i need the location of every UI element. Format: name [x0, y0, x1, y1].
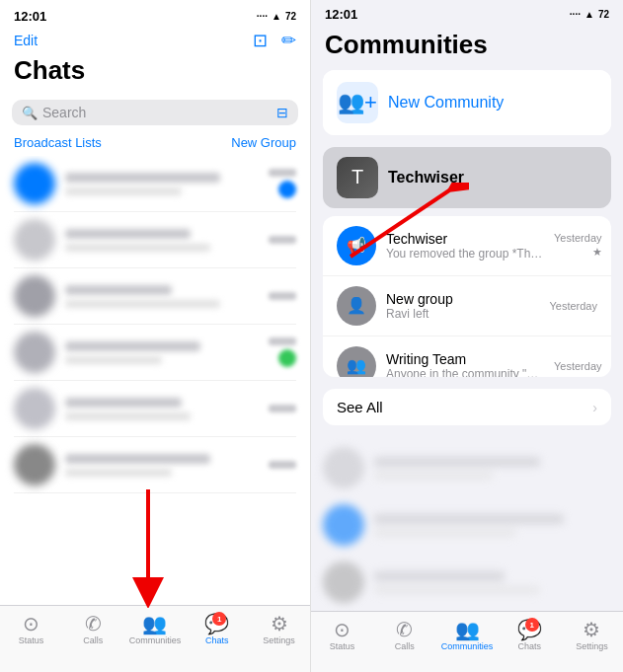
sub-content-techwiser: Techwiser You removed the group *Thumbna… — [386, 231, 544, 261]
tab-settings-right[interactable]: ⚙ Settings — [561, 620, 623, 651]
new-community-label: New Community — [388, 94, 504, 112]
communities-icon-right: 👥 — [455, 620, 480, 639]
calls-icon-right: ✆ — [396, 620, 413, 639]
tab-status-right[interactable]: ⊙ Status — [311, 620, 373, 651]
sub-avatar-techwiser: 📢 — [337, 226, 376, 265]
blurred-name — [374, 571, 505, 581]
sub-msg-writingteam: Anyone in the community "Techwis... — [386, 367, 544, 377]
tab-communities-label: Communities — [129, 635, 182, 645]
sub-name-techwiser: Techwiser — [386, 231, 544, 247]
sub-item-newgroup[interactable]: 👤 New group Ravi left Yesterday — [323, 276, 611, 336]
chat-name-bar — [65, 229, 191, 239]
tab-chats-right[interactable]: 💬 Chats 1 — [499, 620, 561, 651]
chats-badge-right: 1 — [525, 618, 539, 632]
tab-status[interactable]: ⊙ Status — [0, 614, 62, 645]
sub-meta-techwiser: Yesterday ★ — [554, 232, 602, 259]
chat-item[interactable] — [14, 268, 296, 325]
right-panel: 12:01 ···· ▲ 72 Communities 👥+ New Commu… — [311, 0, 623, 672]
group-icon: 👤 — [347, 296, 366, 315]
chat-text — [65, 173, 259, 195]
blurred-row — [323, 496, 611, 554]
sub-content-writingteam: Writing Team Anyone in the community "Te… — [386, 351, 544, 377]
sub-name-newgroup: New group — [386, 291, 539, 307]
sub-item-writingteam[interactable]: 👥 Writing Team Anyone in the community "… — [323, 336, 611, 377]
settings-icon: ⚙ — [271, 614, 288, 634]
chat-name-bar — [65, 341, 200, 351]
chat-time-bar — [269, 236, 296, 244]
blurred-msg — [374, 472, 493, 480]
chat-name-bar — [65, 398, 182, 408]
chat-msg-bar — [65, 469, 172, 477]
communities-title: Communities — [311, 30, 623, 70]
chat-text — [65, 229, 259, 252]
tab-communities[interactable]: 👥 Communities — [124, 614, 187, 645]
new-community-card[interactable]: 👥+ New Community — [323, 70, 611, 135]
chat-time-bar — [269, 169, 296, 177]
chat-meta — [269, 236, 296, 244]
new-community-icon: 👥+ — [337, 82, 378, 123]
tab-communities-right[interactable]: 👥 Communities — [435, 620, 498, 651]
camera-icon[interactable]: ⊡ — [253, 30, 268, 51]
chat-text — [65, 285, 259, 308]
chat-item[interactable] — [14, 325, 296, 381]
megaphone-icon: 📢 — [347, 236, 366, 255]
tab-calls[interactable]: ✆ Calls — [62, 614, 124, 645]
left-panel: 12:01 ···· ▲ 72 Edit ⊡ ✏ Chats 🔍 Search … — [0, 0, 311, 672]
avatar — [14, 388, 55, 429]
filter-icon[interactable]: ⊟ — [276, 105, 288, 120]
see-all-row[interactable]: See All › — [323, 389, 611, 425]
left-status-bar: 12:01 ···· ▲ 72 — [0, 0, 310, 28]
sub-meta-writingteam: Yesterday — [554, 360, 602, 372]
chat-badge — [278, 349, 296, 367]
blur-overlay — [0, 526, 310, 605]
blurred-name — [374, 457, 540, 467]
new-group-link[interactable]: New Group — [231, 135, 296, 150]
broadcast-lists-link[interactable]: Broadcast Lists — [14, 135, 102, 150]
broadcast-row: Broadcast Lists New Group — [0, 133, 310, 156]
sub-item-techwiser[interactable]: 📢 Techwiser You removed the group *Thumb… — [323, 216, 611, 276]
chat-msg-bar — [65, 187, 182, 195]
tab-settings[interactable]: ⚙ Settings — [248, 614, 310, 645]
chat-msg-bar — [65, 300, 220, 308]
tab-calls-right[interactable]: ✆ Calls — [373, 620, 435, 651]
blurred-name — [374, 514, 564, 524]
signal-icon: ···· — [570, 9, 581, 20]
wifi-icon: ▲ — [272, 11, 281, 22]
chat-meta — [269, 337, 296, 367]
sub-msg-newgroup: Ravi left — [386, 307, 539, 321]
chat-time-bar — [269, 461, 296, 469]
tab-settings-label: Settings — [263, 635, 295, 645]
tab-chats[interactable]: 💬 Chats 1 — [186, 614, 248, 645]
compose-icon[interactable]: ✏ — [281, 30, 296, 51]
chat-badge — [278, 181, 296, 198]
right-time: 12:01 — [325, 7, 357, 22]
wifi-icon: ▲ — [584, 9, 594, 20]
techwiser-avatar-inner: T — [337, 157, 378, 198]
chat-list — [0, 156, 310, 605]
battery-icon: 72 — [285, 11, 296, 22]
search-placeholder: Search — [42, 105, 272, 120]
chat-name-bar — [65, 173, 220, 183]
tab-chats-label: Chats — [205, 635, 229, 645]
search-icon: 🔍 — [22, 106, 38, 120]
chat-msg-bar — [65, 356, 162, 364]
status-icon: ⊙ — [23, 614, 39, 634]
chat-item[interactable] — [14, 437, 296, 493]
chat-meta — [269, 461, 296, 469]
chat-item[interactable] — [14, 381, 296, 437]
chat-item[interactable] — [14, 212, 296, 268]
right-status-bar: 12:01 ···· ▲ 72 — [311, 0, 623, 26]
see-all-label: See All — [337, 399, 383, 415]
search-bar[interactable]: 🔍 Search ⊟ — [12, 100, 298, 125]
chat-item[interactable] — [14, 156, 296, 212]
avatar — [14, 444, 55, 485]
avatar — [14, 163, 55, 204]
blurred-text — [374, 514, 611, 537]
star-icon: ★ — [592, 246, 602, 259]
new-community-row[interactable]: 👥+ New Community — [323, 70, 611, 135]
edit-button[interactable]: Edit — [14, 33, 38, 48]
calls-icon: ✆ — [85, 614, 102, 634]
chat-msg-bar — [65, 244, 210, 252]
techwiser-selected-row[interactable]: T Techwiser — [323, 147, 611, 208]
blurred-msg — [374, 586, 540, 594]
